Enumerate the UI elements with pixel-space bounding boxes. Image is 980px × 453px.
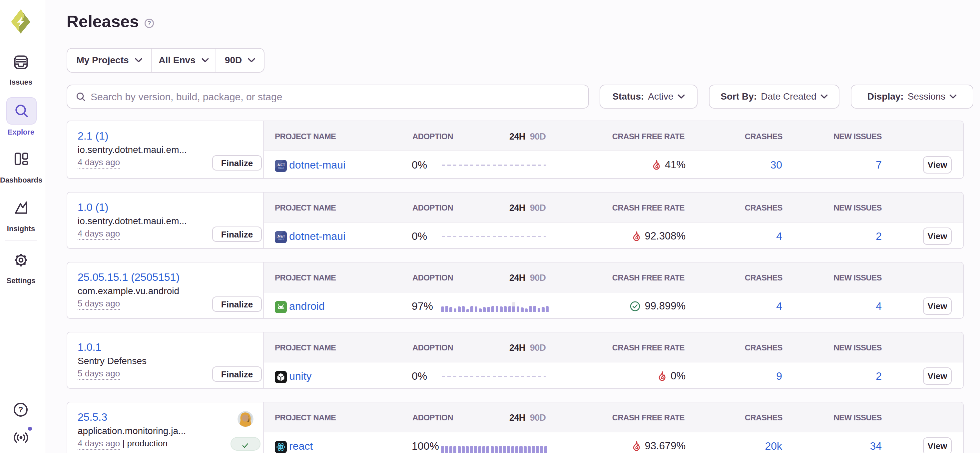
svg-text:.NET: .NET [277,163,285,167]
svg-text:MAUI: MAUI [278,238,284,240]
svg-text:MAUI: MAUI [278,167,284,169]
svg-text:.NET: .NET [277,234,285,238]
